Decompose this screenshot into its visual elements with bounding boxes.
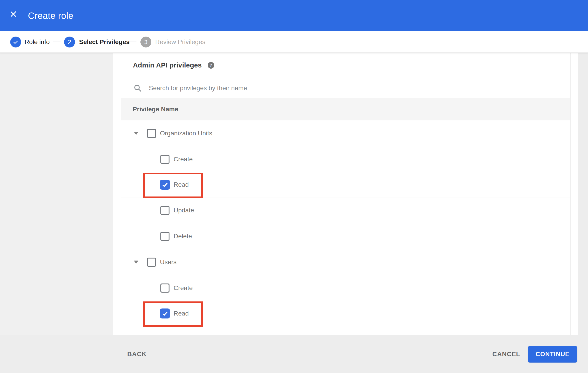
search-bar bbox=[121, 78, 570, 98]
step-1-label[interactable]: Role info bbox=[24, 31, 50, 52]
step-3-circle[interactable]: 3 bbox=[140, 37, 151, 47]
table-row: Read bbox=[121, 172, 570, 197]
table-row: Organization Units bbox=[121, 120, 570, 146]
row-label: Read bbox=[174, 172, 189, 197]
collapse-caret-icon[interactable] bbox=[134, 260, 138, 264]
footer-bar: BACK CANCEL CONTINUE bbox=[0, 335, 588, 373]
row-checkbox[interactable] bbox=[160, 309, 170, 319]
row-checkbox[interactable] bbox=[160, 232, 169, 241]
highlight-box bbox=[143, 173, 203, 198]
check-icon bbox=[12, 39, 19, 45]
table-row: Create bbox=[121, 275, 570, 301]
highlight-box bbox=[143, 301, 203, 327]
step-1-circle[interactable] bbox=[10, 37, 21, 47]
step-2-label[interactable]: Select Privileges bbox=[79, 31, 130, 52]
row-checkbox[interactable] bbox=[160, 180, 170, 190]
step-3-number: 3 bbox=[144, 39, 147, 46]
dialog-title: Create role bbox=[28, 0, 74, 31]
row-label: Update bbox=[174, 197, 194, 223]
table-row-partial bbox=[121, 326, 570, 335]
row-checkbox[interactable] bbox=[160, 206, 169, 215]
cancel-button[interactable]: CANCEL bbox=[492, 335, 520, 373]
row-checkbox[interactable] bbox=[147, 129, 156, 138]
step-divider bbox=[129, 41, 136, 42]
table-row: Update bbox=[121, 197, 570, 223]
table-row: Create bbox=[121, 146, 570, 172]
step-2-number: 2 bbox=[68, 39, 71, 46]
table-header-label: Privilege Name bbox=[133, 106, 178, 113]
left-side-panel bbox=[0, 52, 113, 335]
step-divider bbox=[53, 41, 61, 42]
scrollbar-track[interactable] bbox=[578, 52, 588, 335]
table-row: Read bbox=[121, 301, 570, 326]
collapse-caret-icon[interactable] bbox=[134, 132, 138, 135]
row-checkbox[interactable] bbox=[160, 155, 169, 164]
row-label: Create bbox=[174, 146, 193, 172]
row-label: Organization Units bbox=[160, 120, 212, 146]
search-icon bbox=[134, 84, 142, 92]
back-button[interactable]: BACK bbox=[127, 335, 147, 373]
row-checkbox[interactable] bbox=[160, 283, 169, 293]
table-row: Users bbox=[121, 249, 570, 275]
row-label: Read bbox=[174, 301, 189, 326]
row-label: Create bbox=[174, 275, 193, 301]
help-icon[interactable]: ? bbox=[208, 62, 214, 69]
appbar: Create role bbox=[0, 0, 588, 31]
step-3-label[interactable]: Review Privileges bbox=[155, 31, 205, 52]
search-input[interactable] bbox=[148, 84, 490, 92]
privileges-card: Admin API privileges ? Privilege Name Or… bbox=[121, 52, 570, 335]
table-row: Delete bbox=[121, 223, 570, 249]
row-label: Delete bbox=[174, 223, 192, 249]
continue-button[interactable]: CONTINUE bbox=[528, 346, 577, 363]
step-2-circle[interactable]: 2 bbox=[64, 37, 75, 47]
section-title: Admin API privileges bbox=[133, 61, 202, 69]
row-checkbox[interactable] bbox=[147, 258, 156, 267]
stepper: Role info 2 Select Privileges 3 Review P… bbox=[0, 31, 588, 53]
close-icon[interactable] bbox=[9, 10, 18, 18]
row-label: Users bbox=[160, 249, 177, 275]
card-header: Admin API privileges ? bbox=[121, 52, 570, 78]
table-header: Privilege Name bbox=[121, 98, 570, 120]
